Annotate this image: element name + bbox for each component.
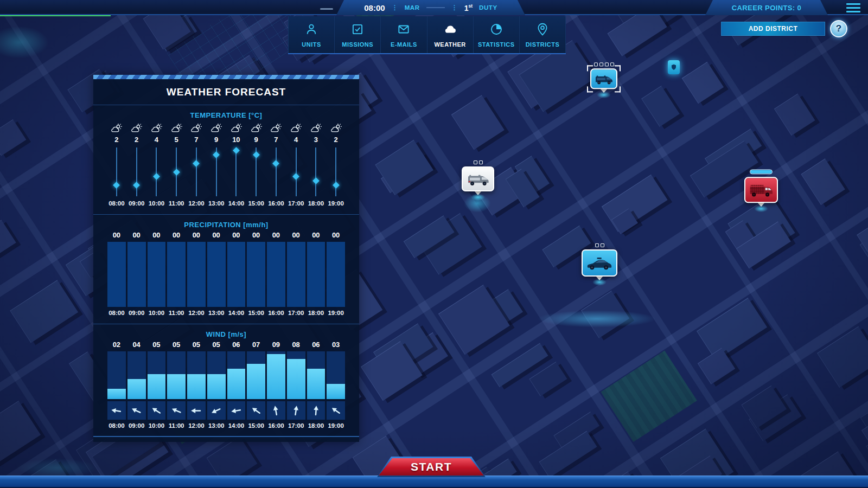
precipitation-value: 00 [207,231,226,242]
ambulance-marker[interactable] [590,62,617,98]
wind-value: 08 [287,341,305,351]
temperature-line [315,147,316,196]
precipitation-value: 00 [307,231,326,242]
tab-emails[interactable]: E-MAILS [381,16,427,53]
temperature-value: 4 [148,136,166,146]
hamburger-menu-icon[interactable] [846,3,860,12]
map-pin-icon [535,22,550,38]
tab-label: STATISTICS [478,41,515,48]
precipitation-values-row: 000000000000000000000000 [93,231,359,242]
mission-slots [594,62,614,66]
fire-truck-icon [744,177,778,203]
duty-number: 1st [464,3,473,12]
sun-behind-cloud-icon [267,121,285,136]
time-label: 16:00 [267,420,285,432]
time-label: 10:00 [148,420,166,432]
police-car-marker[interactable] [582,243,617,286]
tab-statistics[interactable]: STATISTICS [474,16,520,53]
wind-chart [93,351,359,399]
precipitation-bar [307,242,326,307]
temperature-point [312,177,320,184]
wind-bar-fill [127,379,146,399]
add-district-button[interactable]: ADD DISTRICT [721,22,825,36]
clock-panel-decor [426,7,445,8]
mission-slot [479,160,483,164]
time-label: 19:00 [327,420,345,432]
time-label: 14:00 [227,420,246,432]
tab-missions[interactable]: MISSIONS [335,16,381,53]
precipitation-chart [93,242,359,307]
wind-bar-column [148,351,166,399]
wind-value: 06 [307,341,326,351]
temperature-values-row: 2245791097432 [93,136,359,146]
precipitation-bar [148,242,166,307]
time-label: 10:00 [148,197,166,209]
panel-divider [93,214,359,215]
wind-bar-fill [307,369,326,399]
separator-dots-icon: ⋮ [392,4,398,11]
time-label: 08:00 [107,420,126,432]
cloud-icon [443,22,457,38]
wind-bar-fill [187,374,206,399]
tab-units[interactable]: UNITS [288,16,335,53]
temperature-point [173,169,180,176]
selection-bracket [587,86,593,92]
precipitation-bar [107,242,126,307]
sun-behind-cloud-icon [327,121,345,136]
temperature-point [193,160,200,167]
temperature-section-label: TEMPERATURE [°C] [93,111,359,119]
temperature-value: 3 [307,136,326,146]
time-label: 08:00 [107,197,126,209]
temperature-value: 7 [187,136,206,146]
mission-slots [474,160,483,164]
sun-behind-cloud-icon [207,121,226,136]
wind-bar-column [247,351,265,399]
checkbox-icon [350,22,365,38]
ambulance-marker[interactable] [462,160,494,201]
temperature-column [167,146,186,197]
start-button[interactable]: START [377,457,486,477]
marker-glow [471,194,485,201]
map-building [698,348,735,384]
tab-label: MISSIONS [342,41,373,48]
wind-value: 02 [107,341,126,351]
police-shield-icon[interactable] [668,60,680,74]
time-label: 11:00 [167,197,186,209]
wind-direction-arrow-icon [267,401,285,420]
mission-slot [474,160,477,164]
fire-truck-marker[interactable] [744,169,778,212]
main-tab-bar: UNITSMISSIONSE-MAILSWEATHERSTATISTICSDIS… [288,16,566,54]
wind-bar-column [327,351,345,399]
mission-slot [595,243,599,247]
temperature-point [333,182,340,189]
temperature-value: 10 [227,136,246,146]
police-car-icon [582,249,617,277]
wind-value: 03 [327,341,345,351]
precipitation-bar [327,242,345,307]
temperature-column [148,146,166,197]
wind-bar-fill [287,359,305,399]
wind-direction-arrow-icon [107,401,126,420]
wind-bar-column [187,351,206,399]
time-label: 17:00 [287,307,305,319]
map-building [375,140,433,196]
temperature-column [207,146,226,197]
clock-panel: 08:00 ⋮ MAR ⋮ 1st DUTY [336,0,525,15]
wind-section-label: WIND [m/s] [93,330,359,338]
precipitation-bar [247,242,265,307]
help-button[interactable]: ? [830,20,847,37]
time-label: 11:00 [167,307,186,319]
wind-direction-arrow-icon [287,401,305,420]
wind-direction-arrow-icon [227,401,246,420]
game-time: 08:00 [364,3,385,12]
time-label: 10:00 [148,307,166,319]
wind-bar-column [227,351,246,399]
wind-direction-arrow-icon [307,401,326,420]
wind-values-row: 020405050505060709080603 [93,341,359,351]
wind-value: 05 [167,341,186,351]
time-label: 12:00 [187,197,206,209]
time-label: 15:00 [247,420,265,432]
tab-districts[interactable]: DISTRICTS [520,16,566,53]
time-label: 16:00 [267,307,285,319]
tab-weather[interactable]: WEATHER [427,16,474,53]
